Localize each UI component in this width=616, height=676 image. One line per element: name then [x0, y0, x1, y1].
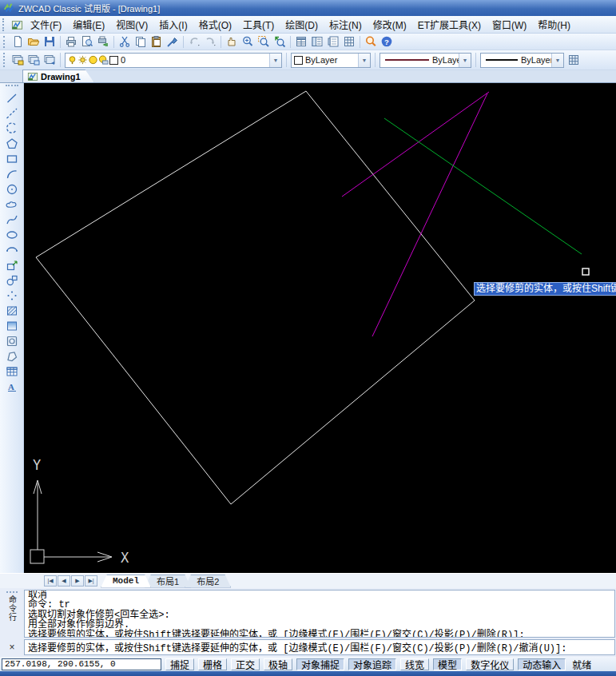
first-tab-icon[interactable]: |◀ [44, 575, 57, 587]
gradient-icon[interactable] [3, 318, 21, 333]
toggle-otrack[interactable]: 对象追踪 [348, 658, 396, 670]
ellipse-icon[interactable] [3, 227, 21, 242]
open-icon[interactable] [26, 34, 42, 50]
point-icon[interactable] [3, 288, 21, 303]
layer-states-icon[interactable] [26, 53, 42, 68]
lineweight-combo[interactable]: ByLayer ▼ [480, 53, 564, 68]
toggle-lineweight[interactable]: 线宽 [400, 658, 429, 670]
toggle-snap[interactable]: 捕捉 [165, 658, 194, 670]
menu-item-dimension[interactable]: 标注(N) [324, 15, 368, 34]
help-icon[interactable]: ? [379, 34, 395, 50]
toggle-grid[interactable]: 栅格 [198, 658, 227, 670]
layer-properties-icon[interactable] [10, 53, 26, 68]
polygon-icon[interactable] [3, 136, 21, 151]
copy-icon[interactable] [133, 34, 149, 50]
mtext-icon[interactable]: A [3, 379, 21, 394]
undo-icon[interactable] [186, 34, 202, 50]
save-icon[interactable] [42, 34, 58, 50]
zoom-window-icon[interactable] [256, 34, 272, 50]
match-properties-icon[interactable] [165, 34, 181, 50]
print-icon[interactable] [63, 34, 79, 50]
prev-tab-icon[interactable]: ◀ [58, 575, 70, 587]
line-icon[interactable] [3, 90, 21, 105]
menu-item-window[interactable]: 窗口(W) [487, 15, 532, 34]
menu-item-view[interactable]: 视图(V) [110, 15, 153, 34]
zoom-realtime-icon[interactable] [240, 34, 256, 50]
plot-style-icon[interactable] [566, 53, 582, 68]
color-combo[interactable]: ByLayer ▼ [291, 53, 371, 68]
zoom-previous-icon[interactable] [272, 34, 288, 50]
circle-icon[interactable] [3, 181, 21, 197]
coordinate-display[interactable]: 257.0198, 290.6155, 0 [2, 658, 161, 670]
menu-item-help[interactable]: 帮助(H) [532, 15, 576, 34]
layer-combo[interactable]: 0 ▼ [65, 53, 282, 68]
green-line[interactable] [384, 118, 582, 254]
construction-line-icon[interactable] [3, 105, 21, 121]
toggle-ortho[interactable]: 正交 [231, 658, 260, 670]
arc-icon[interactable] [3, 166, 21, 181]
menu-item-et-tools[interactable]: ET扩展工具(X) [412, 15, 487, 34]
tab-layout2[interactable]: 布局2 [185, 575, 231, 588]
find-icon[interactable] [363, 34, 379, 50]
next-tab-icon[interactable]: ▶ [71, 575, 84, 587]
menu-item-modify[interactable]: 修改(M) [368, 15, 412, 34]
quick-calc-icon[interactable] [341, 34, 357, 50]
toggle-dynamic-input[interactable]: 动态输入 [518, 658, 566, 670]
cut-icon[interactable] [117, 34, 133, 50]
region-icon[interactable] [3, 333, 21, 348]
command-history[interactable]: 取消 命令: tr 选取切割对象作修剪<回车全选>: 用全部对象作修剪边界. 选… [24, 590, 615, 638]
layer-dropdown-arrow-icon[interactable]: ▼ [269, 54, 281, 67]
toggle-tablet[interactable]: 数字化仪 [466, 658, 514, 670]
polyline-icon[interactable] [3, 121, 21, 136]
linetype-combo[interactable]: ByLayer ▼ [380, 53, 471, 68]
command-close-icon[interactable]: × [0, 642, 24, 652]
linetype-dropdown-arrow-icon[interactable]: ▼ [459, 54, 471, 67]
command-panel-rail[interactable]: 命令行 [0, 590, 24, 638]
tool-palettes-icon[interactable] [325, 34, 341, 50]
paste-icon[interactable] [149, 34, 165, 50]
design-center-icon[interactable] [309, 34, 325, 50]
ellipse-arc-icon[interactable] [3, 242, 21, 257]
document-tab[interactable]: Drawing1 [22, 70, 94, 82]
new-icon[interactable] [10, 34, 26, 50]
menu-item-insert[interactable]: 插入(I) [153, 15, 193, 34]
wipeout-icon[interactable] [3, 348, 21, 364]
command-panel-grip[interactable] [6, 591, 18, 593]
toggle-polar[interactable]: 极轴 [264, 658, 292, 670]
spline-icon[interactable] [3, 212, 21, 227]
insert-block-icon[interactable] [3, 257, 21, 272]
revision-cloud-icon[interactable] [3, 197, 21, 212]
publish-icon[interactable] [95, 34, 111, 50]
pan-icon[interactable] [224, 34, 240, 50]
toolbar-separator [113, 36, 114, 48]
color-dropdown-arrow-icon[interactable]: ▼ [358, 54, 370, 67]
menu-item-draw[interactable]: 绘图(D) [280, 15, 324, 34]
tab-layout1[interactable]: 布局1 [145, 575, 191, 588]
print-preview-icon[interactable] [79, 34, 95, 50]
layer-previous-icon[interactable] [42, 53, 58, 68]
magenta-line-1[interactable] [372, 93, 487, 336]
menu-item-file[interactable]: 文件(F) [25, 15, 67, 34]
make-block-icon[interactable] [3, 272, 21, 288]
toolbar-grip[interactable] [3, 53, 7, 67]
toggle-osnap[interactable]: 对象捕捉 [296, 658, 344, 670]
drawing-canvas[interactable]: Y X 选择要修剪的实体，或按住Shift键选择要 [24, 83, 616, 573]
menu-item-format[interactable]: 格式(O) [193, 15, 237, 34]
hatch-icon[interactable] [3, 303, 21, 318]
command-input[interactable]: 选择要修剪的实体，或按住Shift键选择要延伸的实体，或 [边缘模式(E)/围栏… [24, 639, 615, 655]
last-tab-icon[interactable]: ▶| [85, 575, 97, 587]
properties-icon[interactable] [293, 34, 309, 50]
menu-item-edit[interactable]: 编辑(E) [67, 15, 110, 34]
tab-model[interactable]: Model [101, 575, 151, 588]
table-icon[interactable] [3, 364, 21, 379]
lineweight-dropdown-arrow-icon[interactable]: ▼ [551, 54, 563, 67]
menu-item-tools[interactable]: 工具(T) [237, 15, 280, 34]
rectangle-icon[interactable] [3, 151, 21, 166]
redo-icon[interactable] [202, 34, 218, 50]
toggle-model[interactable]: 模型 [433, 658, 462, 670]
toolbar-grip[interactable] [3, 36, 7, 48]
menu-grip[interactable] [2, 18, 6, 31]
draw-toolbar-grip[interactable] [6, 85, 18, 89]
square-entity[interactable] [36, 91, 475, 504]
magenta-line-2[interactable] [342, 92, 489, 197]
